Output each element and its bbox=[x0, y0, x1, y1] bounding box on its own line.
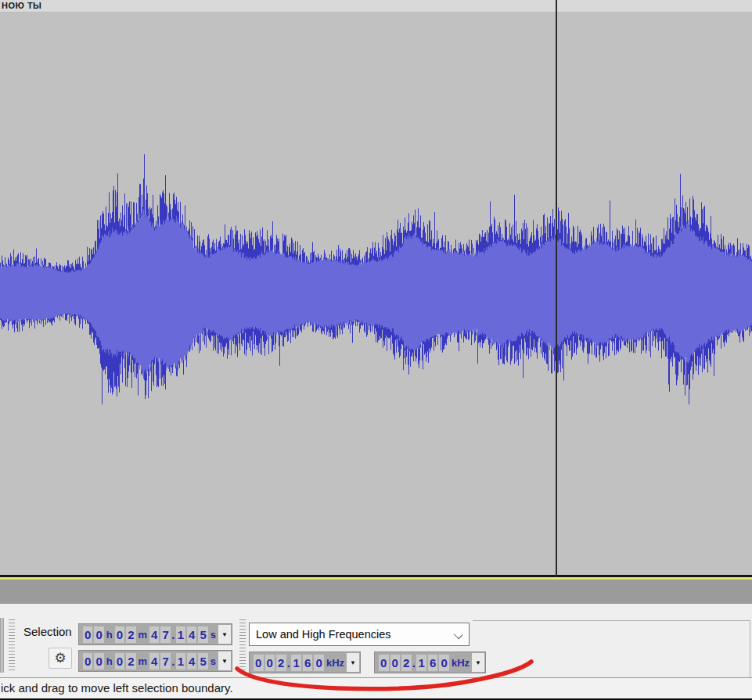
digit-cell: 2 bbox=[126, 626, 135, 643]
playback-cursor[interactable] bbox=[556, 0, 557, 577]
digit-cell: 0 bbox=[94, 653, 103, 669]
digit-cell: 0 bbox=[314, 655, 324, 671]
selection-settings-button[interactable]: ⚙ bbox=[49, 648, 72, 669]
digit-cell: 2 bbox=[276, 655, 286, 671]
digit-cell: 2 bbox=[126, 653, 135, 669]
frequency-toolbar-grip[interactable] bbox=[239, 619, 246, 671]
digit-cell: 1 bbox=[176, 626, 185, 643]
decimal-dot: . bbox=[171, 628, 175, 641]
bottom-toolbar-dock: Selection ⚙ 00h02m47.145s ▼ 00h02m47.145… bbox=[0, 604, 752, 677]
unit-label: m bbox=[137, 655, 149, 667]
digit-cell: 4 bbox=[187, 626, 196, 643]
track-title-text: НОЮ ТЫ bbox=[2, 1, 41, 10]
digit-cell: 1 bbox=[291, 655, 301, 671]
frequency-preset-combobox[interactable]: Low and High Frequencies bbox=[249, 623, 470, 646]
digit-cell: 0 bbox=[254, 655, 264, 671]
chevron-down-icon bbox=[454, 630, 462, 639]
low-frequency-field[interactable]: 002.160kHz ▼ bbox=[249, 652, 361, 673]
waveform-track[interactable] bbox=[0, 13, 752, 575]
unit-label: h bbox=[105, 655, 114, 667]
status-bar: ick and drag to move left selection boun… bbox=[0, 677, 752, 698]
digit-cell: 4 bbox=[187, 653, 196, 669]
decimal-dot: . bbox=[171, 655, 175, 668]
digit-cell: 0 bbox=[390, 655, 401, 671]
low-frequency-dropdown-icon[interactable]: ▼ bbox=[347, 653, 359, 672]
selection-end-dropdown-icon[interactable]: ▼ bbox=[218, 652, 231, 670]
selection-toolbar-label: Selection bbox=[23, 625, 72, 638]
digit-cell: 2 bbox=[401, 655, 412, 671]
dock-right-border bbox=[750, 620, 750, 677]
digit-cell: 5 bbox=[198, 653, 207, 669]
unit-label: s bbox=[209, 629, 218, 641]
unit-label: h bbox=[105, 629, 114, 641]
selection-start-dropdown-icon[interactable]: ▼ bbox=[218, 625, 231, 644]
selection-toolbar-grip[interactable] bbox=[9, 619, 15, 671]
unit-label: m bbox=[137, 629, 149, 641]
digit-cell: 1 bbox=[416, 655, 426, 671]
unit-label: s bbox=[209, 655, 218, 667]
waveform-plot bbox=[0, 13, 752, 575]
digit-cell: 0 bbox=[115, 626, 124, 643]
digit-cell: 0 bbox=[83, 626, 92, 643]
dock-top-border bbox=[473, 620, 750, 621]
digit-cell: 4 bbox=[149, 626, 159, 643]
gear-icon: ⚙ bbox=[54, 651, 66, 666]
digit-cell: 0 bbox=[94, 626, 103, 643]
digit-cell: 7 bbox=[160, 626, 170, 643]
horizontal-scroll-strip[interactable] bbox=[0, 580, 752, 604]
digit-cell: 5 bbox=[198, 626, 207, 643]
frequency-preset-value: Low and High Frequencies bbox=[256, 628, 391, 641]
decimal-dot: . bbox=[287, 656, 291, 669]
toolbar-edge-sliver bbox=[0, 618, 4, 673]
digit-cell: 4 bbox=[149, 653, 159, 669]
digit-cell: 1 bbox=[176, 653, 185, 669]
digit-cell: 7 bbox=[160, 653, 170, 669]
high-frequency-field[interactable]: 002.160kHz ▼ bbox=[374, 652, 486, 673]
decimal-dot: . bbox=[412, 656, 416, 669]
digit-cell: 0 bbox=[439, 655, 449, 671]
digit-cell: 0 bbox=[83, 653, 92, 669]
selection-start-field[interactable]: 00h02m47.145s ▼ bbox=[78, 623, 232, 645]
unit-label: kHz bbox=[450, 657, 471, 669]
digit-cell: 0 bbox=[115, 653, 124, 669]
digit-cell: 0 bbox=[379, 655, 389, 671]
digit-cell: 6 bbox=[428, 655, 438, 671]
digit-cell: 6 bbox=[303, 655, 313, 671]
high-frequency-dropdown-icon[interactable]: ▼ bbox=[472, 653, 484, 672]
track-title-strip: НОЮ ТЫ bbox=[0, 0, 752, 13]
selection-end-field[interactable]: 00h02m47.145s ▼ bbox=[78, 650, 232, 672]
status-bar-text: ick and drag to move left selection boun… bbox=[1, 681, 233, 695]
digit-cell: 0 bbox=[265, 655, 275, 671]
unit-label: kHz bbox=[325, 657, 346, 669]
